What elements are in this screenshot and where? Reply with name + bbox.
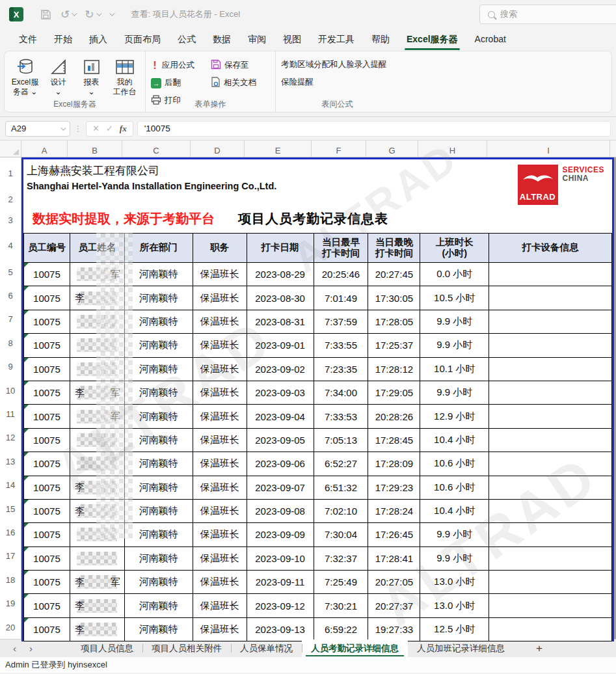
- earliest-punch-cell[interactable]: 6:59:22: [314, 618, 369, 641]
- role-cell[interactable]: 保温班长: [193, 500, 247, 523]
- cancel-entry-icon[interactable]: ✕: [92, 124, 100, 133]
- employee-name-cell-blurred[interactable]: [70, 523, 125, 546]
- employee-name-cell-blurred[interactable]: 李: [70, 286, 125, 310]
- device-info-cell[interactable]: [489, 310, 612, 334]
- punch-date-cell[interactable]: 2023-09-06: [247, 452, 314, 476]
- row-header-1[interactable]: 1: [0, 157, 21, 189]
- department-cell[interactable]: 河南颖特: [125, 523, 193, 546]
- role-cell[interactable]: 保温班长: [193, 381, 247, 405]
- row-header-6[interactable]: 6: [0, 284, 21, 307]
- punch-date-cell[interactable]: 2023-09-01: [247, 334, 314, 357]
- column-header-G[interactable]: G: [366, 141, 418, 157]
- earliest-punch-cell[interactable]: 6:51:32: [314, 476, 369, 500]
- latest-punch-cell[interactable]: 17:28:09: [368, 452, 420, 476]
- device-info-cell[interactable]: [489, 452, 612, 476]
- employee-id-cell[interactable]: 10075: [24, 547, 70, 571]
- role-cell[interactable]: 保温班长: [193, 523, 247, 546]
- device-info-cell[interactable]: [489, 618, 612, 641]
- employee-id-cell[interactable]: 10075: [24, 429, 70, 452]
- punch-date-cell[interactable]: 2023-09-09: [247, 523, 314, 546]
- row-header-12[interactable]: 12: [0, 426, 21, 450]
- insert-function-icon[interactable]: fx: [120, 124, 127, 134]
- role-cell[interactable]: 保温班长: [193, 334, 247, 357]
- employee-id-cell[interactable]: 10075: [24, 452, 70, 476]
- punch-date-cell[interactable]: 2023-09-02: [247, 358, 314, 381]
- latest-punch-cell[interactable]: 17:25:37: [368, 334, 420, 357]
- confirm-entry-icon[interactable]: ✓: [106, 124, 113, 133]
- row-header-17[interactable]: 17: [0, 545, 21, 568]
- role-cell[interactable]: 保温班长: [193, 547, 247, 571]
- device-info-cell[interactable]: [489, 429, 612, 452]
- report-button[interactable]: 报表 ⌄: [76, 55, 107, 97]
- earliest-punch-cell[interactable]: 7:25:49: [314, 571, 369, 594]
- punch-date-cell[interactable]: 2023-09-12: [247, 594, 314, 617]
- earliest-punch-cell[interactable]: 7:34:00: [314, 381, 369, 405]
- role-cell[interactable]: 保温班长: [193, 358, 247, 381]
- earliest-punch-cell[interactable]: 7:05:13: [314, 429, 369, 452]
- row-header-16[interactable]: 16: [0, 520, 21, 544]
- row-header-8[interactable]: 8: [0, 331, 21, 355]
- work-hours-cell[interactable]: 10.6 小时: [420, 452, 489, 476]
- punch-date-cell[interactable]: 2023-08-29: [247, 263, 314, 286]
- column-header-A[interactable]: A: [21, 141, 68, 157]
- punch-date-cell[interactable]: 2023-09-07: [247, 476, 314, 500]
- employee-id-cell[interactable]: 10075: [24, 571, 70, 594]
- my-workbench-button[interactable]: 我的 工作台: [109, 55, 140, 97]
- excel-app-icon[interactable]: X: [9, 7, 23, 21]
- role-cell[interactable]: 保温班长: [193, 452, 247, 476]
- employee-name-cell-blurred[interactable]: [70, 429, 125, 452]
- employee-name-cell-blurred[interactable]: [70, 547, 125, 571]
- employee-name-cell-blurred[interactable]: [70, 310, 125, 334]
- employee-id-cell[interactable]: 10075: [24, 618, 70, 641]
- excel-server-button[interactable]: Excel服 务器 ⌄: [10, 55, 40, 97]
- punch-date-cell[interactable]: 2023-09-04: [247, 405, 314, 428]
- redo-icon[interactable]: ↻: [85, 8, 100, 21]
- work-hours-cell[interactable]: 9.9 小时: [420, 334, 489, 357]
- latest-punch-cell[interactable]: 17:26:45: [368, 523, 420, 546]
- undo-icon[interactable]: ↺: [60, 8, 75, 21]
- department-cell[interactable]: 河南颖特: [125, 358, 193, 381]
- save-to-button[interactable]: 保存至: [211, 59, 276, 72]
- employee-name-cell-blurred[interactable]: 李: [70, 476, 125, 500]
- work-hours-cell[interactable]: 10.1 小时: [420, 358, 489, 381]
- row-header-4[interactable]: 4: [0, 231, 21, 260]
- next-sheet-icon[interactable]: ›: [29, 643, 33, 654]
- device-info-cell[interactable]: [489, 594, 612, 617]
- employee-id-cell[interactable]: 10075: [24, 476, 70, 500]
- earliest-punch-cell[interactable]: 7:32:37: [314, 547, 369, 571]
- department-cell[interactable]: 河南颖特: [125, 310, 193, 334]
- earliest-punch-cell[interactable]: 7:33:55: [314, 334, 369, 357]
- work-hours-cell[interactable]: 9.9 小时: [420, 547, 489, 571]
- ribbon-tab-审阅[interactable]: 审阅: [239, 29, 275, 51]
- row-header-14[interactable]: 14: [0, 474, 21, 497]
- ribbon-tab-插入[interactable]: 插入: [81, 29, 116, 51]
- work-hours-cell[interactable]: 12.9 小时: [420, 405, 489, 428]
- department-cell[interactable]: 河南颖特: [125, 381, 193, 405]
- insurance-reminder-button[interactable]: 保险提醒: [281, 77, 397, 88]
- work-hours-cell[interactable]: 9.9 小时: [420, 523, 489, 546]
- latest-punch-cell[interactable]: 17:29:23: [368, 476, 420, 500]
- save-icon[interactable]: [40, 9, 51, 20]
- employee-name-cell-blurred[interactable]: 李军: [70, 381, 125, 405]
- device-info-cell[interactable]: [489, 571, 612, 594]
- ribbon-tab-公式[interactable]: 公式: [169, 29, 204, 51]
- back-button[interactable]: → 后翻: [151, 77, 211, 88]
- department-cell[interactable]: 河南颖特: [125, 476, 193, 500]
- row-header-2[interactable]: 2: [0, 189, 21, 209]
- latest-punch-cell[interactable]: 17:28:12: [368, 358, 420, 381]
- employee-id-cell[interactable]: 10075: [24, 263, 70, 286]
- ribbon-tab-文件[interactable]: 文件: [10, 29, 46, 51]
- latest-punch-cell[interactable]: 20:28:26: [368, 405, 420, 428]
- earliest-punch-cell[interactable]: 7:02:10: [314, 500, 369, 523]
- work-hours-cell[interactable]: 0.0 小时: [420, 263, 489, 286]
- punch-date-cell[interactable]: 2023-09-11: [247, 571, 314, 594]
- sheet-tab-人员考勤记录详细信息[interactable]: 人员考勤记录详细信息: [302, 640, 408, 657]
- punch-date-cell[interactable]: 2023-09-10: [247, 547, 314, 571]
- department-cell[interactable]: 河南颖特: [125, 594, 193, 617]
- table-header-cell[interactable]: 员工姓名: [70, 234, 125, 263]
- punch-date-cell[interactable]: 2023-08-30: [247, 286, 314, 310]
- department-cell[interactable]: 河南颖特: [125, 547, 193, 571]
- department-cell[interactable]: 河南颖特: [125, 263, 193, 286]
- ribbon-tab-开始[interactable]: 开始: [46, 29, 81, 51]
- employee-id-cell[interactable]: 10075: [24, 405, 70, 428]
